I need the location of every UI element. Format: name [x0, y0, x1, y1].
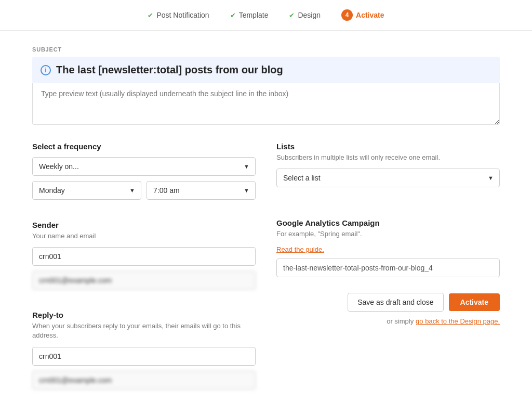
right-column: Lists Subscribers in multiple lists will…: [276, 142, 500, 400]
check-icon-post-notification: ✔: [148, 11, 153, 19]
nav-step-design-label: Design: [298, 11, 321, 19]
day-select-wrapper: Monday Tuesday Wednesday Thursday Friday…: [32, 181, 141, 200]
reply-to-name-input[interactable]: [32, 347, 256, 366]
lists-select[interactable]: Select a list: [276, 169, 500, 187]
subject-row: i The last [newsletter:total] posts from…: [32, 57, 500, 83]
lists-select-wrapper: Select a list ▼: [276, 169, 500, 187]
nav-step-post-notification[interactable]: ✔ Post Notification: [148, 11, 209, 19]
frequency-section: Select a frequency Weekly on... Daily Mo…: [32, 142, 256, 205]
sender-name-input[interactable]: [32, 247, 256, 266]
check-icon-template: ✔: [230, 11, 236, 19]
analytics-section: Google Analytics Campaign For example, "…: [276, 218, 500, 277]
main-content: SUBJECT i The last [newsletter:total] po…: [11, 31, 521, 400]
sender-subtitle: Your name and email: [32, 231, 256, 241]
or-back-row: or simply go back to the Design page.: [387, 317, 500, 325]
read-guide-link[interactable]: Read the guide.: [276, 246, 324, 253]
top-nav: ✔ Post Notification ✔ Template ✔ Design …: [0, 0, 532, 31]
analytics-subtitle: For example, "Spring email".: [276, 229, 500, 239]
nav-step-activate-label: Activate: [356, 11, 384, 19]
or-text: or simply: [387, 317, 414, 325]
analytics-title: Google Analytics Campaign: [276, 218, 500, 227]
frequency-select-wrapper: Weekly on... Daily Monthly ▼: [32, 157, 256, 176]
subject-section: SUBJECT i The last [newsletter:total] po…: [32, 46, 500, 126]
reply-to-email-input[interactable]: [32, 371, 256, 390]
preview-textarea[interactable]: [32, 83, 500, 125]
step-badge-activate: 4: [341, 9, 353, 21]
activate-button[interactable]: Activate: [449, 293, 500, 311]
subject-title: The last [newsletter:total] posts from o…: [56, 64, 283, 76]
lists-section: Lists Subscribers in multiple lists will…: [276, 142, 500, 187]
day-time-row: Monday Tuesday Wednesday Thursday Friday…: [32, 181, 256, 205]
nav-step-activate[interactable]: 4 Activate: [341, 9, 384, 21]
reply-to-section: Reply-to When your subscribers reply to …: [32, 311, 256, 394]
sender-section: Sender Your name and email: [32, 221, 256, 295]
reply-to-title: Reply-to: [32, 311, 256, 319]
frequency-select[interactable]: Weekly on... Daily Monthly: [32, 157, 256, 176]
nav-step-template-label: Template: [239, 11, 269, 19]
nav-step-design[interactable]: ✔ Design: [289, 11, 321, 19]
back-to-design-link[interactable]: go back to the Design page.: [416, 317, 500, 325]
action-buttons: Save as draft and close Activate: [348, 293, 500, 312]
sender-title: Sender: [32, 221, 256, 229]
time-select[interactable]: 7:00 am 8:00 am 9:00 am 10:00 am: [147, 181, 256, 200]
day-select[interactable]: Monday Tuesday Wednesday Thursday Friday…: [32, 181, 141, 200]
reply-to-subtitle: When your subscribers reply to your emai…: [32, 321, 256, 340]
sender-email-input[interactable]: [32, 271, 256, 290]
save-draft-button[interactable]: Save as draft and close: [348, 293, 443, 312]
info-icon: i: [41, 65, 51, 75]
lists-subtitle: Subscribers in multiple lists will only …: [276, 153, 500, 162]
nav-step-post-notification-label: Post Notification: [156, 11, 209, 19]
bottom-actions: Save as draft and close Activate or simp…: [276, 293, 500, 325]
two-col-layout: Select a frequency Weekly on... Daily Mo…: [32, 142, 500, 400]
check-icon-design: ✔: [289, 11, 295, 19]
analytics-input[interactable]: [276, 259, 500, 277]
nav-step-template[interactable]: ✔ Template: [230, 11, 269, 19]
frequency-title: Select a frequency: [32, 142, 256, 151]
left-column: Select a frequency Weekly on... Daily Mo…: [32, 142, 256, 400]
lists-title: Lists: [276, 142, 500, 151]
time-select-wrapper: 7:00 am 8:00 am 9:00 am 10:00 am ▼: [147, 181, 256, 200]
subject-label: SUBJECT: [32, 46, 500, 53]
